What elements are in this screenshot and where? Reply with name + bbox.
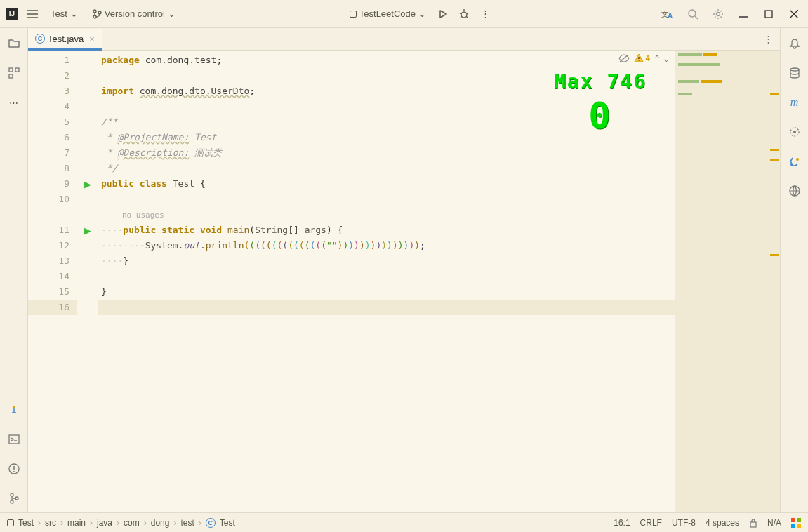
web-icon[interactable] (786, 182, 803, 199)
coverage-icon[interactable] (786, 124, 803, 140)
prev-problem-icon[interactable]: ⌃ (655, 53, 660, 63)
tab-close-icon[interactable]: × (89, 34, 95, 44)
search-icon[interactable] (684, 6, 701, 22)
breadcrumb[interactable]: test (180, 518, 194, 528)
right-tool-strip: m (780, 28, 808, 512)
svg-rect-40 (750, 522, 756, 527)
terminal-tool-icon[interactable] (6, 431, 22, 448)
breadcrumb[interactable]: Test (18, 518, 34, 528)
minimize-button[interactable] (735, 6, 752, 22)
breadcrumb[interactable]: src (45, 518, 56, 528)
line-ending[interactable]: CRLF (640, 518, 662, 528)
svg-point-38 (796, 158, 799, 161)
breadcrumb[interactable]: java (97, 518, 112, 528)
maximize-button[interactable] (760, 6, 777, 22)
git-tool-icon[interactable] (6, 490, 22, 507)
svg-point-34 (638, 60, 640, 61)
java-class-icon: C (206, 518, 216, 528)
more-actions-icon[interactable]: ⋮ (477, 6, 494, 22)
svg-line-9 (467, 13, 468, 14)
fps-overlay: Max 746 0 (554, 70, 647, 138)
code-content[interactable]: package com.dong.test; import com.dong.d… (98, 51, 675, 512)
breadcrumb[interactable]: Test (220, 518, 235, 528)
notifications-icon[interactable] (786, 35, 803, 52)
indent[interactable]: 4 spaces (706, 518, 739, 528)
debug-button[interactable] (456, 6, 472, 22)
chevron-down-icon: ⌄ (168, 8, 175, 19)
svg-point-37 (793, 131, 796, 133)
windows-icon[interactable] (791, 518, 801, 528)
breadcrumb[interactable]: dong (151, 518, 170, 528)
left-tool-strip: ⋯ (0, 28, 28, 512)
more-tools-icon[interactable]: ⋯ (6, 94, 22, 111)
run-line-icon[interactable]: ▶ (84, 179, 91, 189)
minimap[interactable] (675, 51, 780, 512)
svg-point-31 (15, 497, 18, 500)
caret-position[interactable]: 16:1 (614, 518, 630, 528)
leetcode-icon[interactable] (786, 153, 803, 170)
svg-rect-43 (791, 524, 795, 528)
tab-actions-icon[interactable]: ⋮ (757, 28, 780, 50)
structure-tool-icon[interactable] (6, 65, 22, 81)
inspection-widget[interactable]: 4 ⌃ ⌄ (618, 53, 669, 63)
svg-rect-21 (9, 68, 13, 72)
next-problem-icon[interactable]: ⌄ (664, 53, 669, 63)
svg-line-15 (695, 16, 698, 19)
main-area: ⋯ C Test.java × ⋮ 1 2 3 4 5 6 (0, 28, 808, 512)
svg-point-5 (98, 11, 101, 14)
svg-rect-44 (797, 524, 801, 528)
run-config-icon (350, 11, 357, 18)
editor-area: C Test.java × ⋮ 1 2 3 4 5 6 7 8 9 10 11 … (28, 28, 780, 512)
tab-filename: Test.java (48, 34, 84, 44)
svg-rect-42 (797, 518, 801, 522)
maven-icon[interactable]: m (786, 94, 803, 111)
svg-point-35 (790, 68, 799, 71)
run-config-dropdown[interactable]: TestLeetCode ⌄ (345, 7, 430, 20)
run-button[interactable] (435, 6, 451, 22)
svg-point-16 (717, 12, 720, 15)
svg-rect-41 (791, 518, 795, 522)
svg-point-30 (11, 500, 13, 503)
svg-point-4 (93, 15, 96, 18)
breadcrumb[interactable]: com (124, 518, 140, 528)
vcs-dropdown[interactable]: Version control ⌄ (88, 7, 180, 20)
chevron-down-icon: ⌄ (418, 8, 426, 19)
project-dropdown[interactable]: Test ⌄ (46, 7, 82, 20)
encoding[interactable]: UTF-8 (672, 518, 696, 528)
run-config-name: TestLeetCode (359, 8, 416, 19)
app-logo: IJ (6, 8, 18, 20)
svg-rect-22 (15, 68, 19, 72)
marker-gutter: ▶ ▶ (77, 51, 98, 512)
database-icon[interactable] (786, 65, 803, 81)
breadcrumb[interactable]: main (67, 518, 86, 528)
warning-badge[interactable]: 4 (634, 53, 650, 63)
module-icon (7, 519, 14, 526)
titlebar: IJ Test ⌄ Version control ⌄ TestLeetCode… (0, 0, 808, 28)
svg-point-3 (93, 10, 96, 13)
git-status[interactable]: N/A (767, 518, 781, 528)
svg-line-8 (460, 13, 461, 14)
close-button[interactable] (786, 6, 802, 22)
svg-rect-23 (9, 74, 13, 78)
svg-line-11 (466, 16, 468, 18)
vcs-label: Version control (105, 8, 165, 19)
project-tool-icon[interactable] (6, 35, 22, 52)
editor-tab[interactable]: C Test.java × (28, 29, 102, 51)
problems-tool-icon[interactable] (6, 460, 22, 477)
chevron-down-icon: ⌄ (70, 8, 78, 19)
branch-icon (92, 9, 102, 19)
java-class-icon: C (35, 34, 45, 44)
run-line-icon[interactable]: ▶ (84, 225, 91, 236)
svg-point-14 (689, 10, 696, 17)
build-tool-icon[interactable] (6, 401, 22, 418)
code-editor[interactable]: 1 2 3 4 5 6 7 8 9 10 11 12 13 14 15 16 ▶ (28, 51, 780, 512)
svg-line-10 (461, 16, 462, 18)
svg-point-28 (13, 471, 15, 472)
svg-rect-18 (765, 11, 772, 18)
svg-point-6 (461, 12, 467, 18)
settings-icon[interactable] (710, 6, 727, 22)
eye-off-icon[interactable] (618, 53, 630, 63)
lock-icon[interactable] (749, 518, 757, 528)
main-menu-icon[interactable] (24, 6, 41, 22)
translate-icon[interactable]: 文A (659, 6, 676, 22)
